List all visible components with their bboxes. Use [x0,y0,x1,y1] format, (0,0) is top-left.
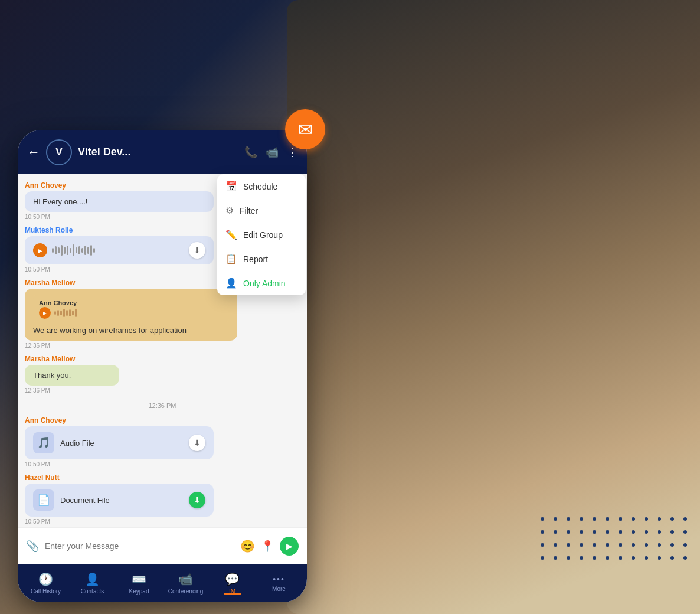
message-bubble: 🎵 Audio File ⬇ [25,426,214,459]
call-icon[interactable]: 📞 [244,146,257,159]
dot-decoration: (function() { const dp = document.queryS… [541,517,694,567]
keypad-icon: ⌨️ [132,572,146,586]
download-button[interactable]: ⬇ [189,435,205,451]
menu-label: Filter [240,206,258,215]
message-time: 12:36 PM [25,342,300,349]
message-input-bar: 📎 😊 📍 ▶ [18,527,307,564]
download-button[interactable]: ⬇ [189,242,205,259]
menu-label: Edit Group [243,230,283,240]
message-time: 10:50 PM [25,461,300,468]
nav-label: Keypad [129,588,149,595]
header-actions: 📞 📹 ⋮ [244,146,297,159]
contacts-icon: 👤 [85,572,100,586]
message-time: 10:50 PM [25,518,300,525]
avatar: V [46,139,72,165]
message-time: 12:36 PM [25,387,300,394]
message-6: Hazel Nutt 📄 Document File ⬇ 10:50 PM [25,473,300,525]
sender-name: Hazel Nutt [25,473,300,482]
admin-icon: 👤 [225,277,237,289]
menu-item-schedule[interactable]: 📅 Schedule [217,174,306,198]
sender-name: Ann Chovey [25,416,300,424]
nav-conferencing[interactable]: 📹 Conferencing [162,572,209,595]
more-options-icon[interactable]: ⋮ [287,146,297,159]
nav-label: Conferencing [168,588,203,595]
menu-label: Schedule [243,182,277,191]
envelope-icon: ✉ [298,119,313,140]
play-button[interactable]: ▶ [39,307,51,319]
emoji-icon[interactable]: 😊 [240,539,255,553]
nav-label: Contacts [81,588,104,595]
audio-file-icon: 🎵 [33,432,54,453]
message-bubble: Ann Chovey ▶ [25,289,237,341]
audio-waveform [54,309,77,317]
attach-icon[interactable]: 📎 [26,540,39,553]
message-bubble: Hi Every one....! [25,191,214,212]
menu-item-only-admin[interactable]: 👤 Only Admin [217,271,306,295]
edit-icon: ✏️ [225,229,237,240]
nav-label: More [272,586,286,592]
back-button[interactable]: ← [27,145,40,160]
call-history-icon: 🕐 [38,572,53,586]
nav-contacts[interactable]: 👤 Contacts [69,572,116,595]
chat-header: ← V Vitel Dev... 📞 📹 ⋮ [18,130,307,174]
context-menu: 📅 Schedule ⚙ Filter ✏️ Edit Group 📋 Repo… [217,174,306,295]
bottom-navigation: 🕐 Call History 👤 Contacts ⌨️ Keypad 📹 Co… [18,564,307,602]
nav-label: Call History [31,588,61,595]
chat-name: Vitel Dev... [78,146,238,158]
schedule-icon: 📅 [225,181,237,192]
message-bubble: ▶ [25,236,214,264]
menu-item-edit-group[interactable]: ✏️ Edit Group [217,223,306,247]
active-indicator [224,593,241,595]
audio-waveform [52,244,95,256]
filter-icon: ⚙ [225,205,234,216]
nav-call-history[interactable]: 🕐 Call History [22,572,69,595]
email-notification-badge[interactable]: ✉ [285,109,325,149]
message-4: Marsha Mellow Thank you, 12:36 PM [25,355,300,394]
replied-message: Ann Chovey ▶ [33,295,229,322]
send-button[interactable]: ▶ [280,537,299,556]
nav-keypad[interactable]: ⌨️ Keypad [116,572,162,595]
im-icon: 💬 [225,572,240,586]
sender-name: Marsha Mellow [25,355,300,363]
replied-content: ▶ [39,307,223,319]
menu-item-filter[interactable]: ⚙ Filter [217,198,306,223]
file-content: 📄 Document File [33,489,110,511]
menu-label: Only Admin [243,279,286,288]
nav-im[interactable]: 💬 IM [209,572,256,595]
location-icon[interactable]: 📍 [261,540,274,553]
download-button[interactable]: ⬇ [189,492,205,508]
report-icon: 📋 [225,253,237,264]
message-input[interactable] [45,541,234,551]
doc-file-icon: 📄 [33,489,54,511]
conferencing-icon: 📹 [178,572,193,586]
nav-more[interactable]: ••• More [256,574,302,592]
menu-label: Report [243,254,268,264]
video-icon[interactable]: 📹 [266,146,279,159]
more-icon: ••• [273,574,285,584]
message-bubble: Thank you, [25,365,119,386]
file-content: 🎵 Audio File [33,432,94,453]
menu-item-report[interactable]: 📋 Report [217,247,306,271]
play-button[interactable]: ▶ [33,243,47,257]
message-5: Ann Chovey 🎵 Audio File ⬇ 10:50 PM [25,416,300,468]
message-bubble: 📄 Document File ⬇ [25,484,214,517]
timestamp-divider: 12:36 PM [25,400,300,410]
